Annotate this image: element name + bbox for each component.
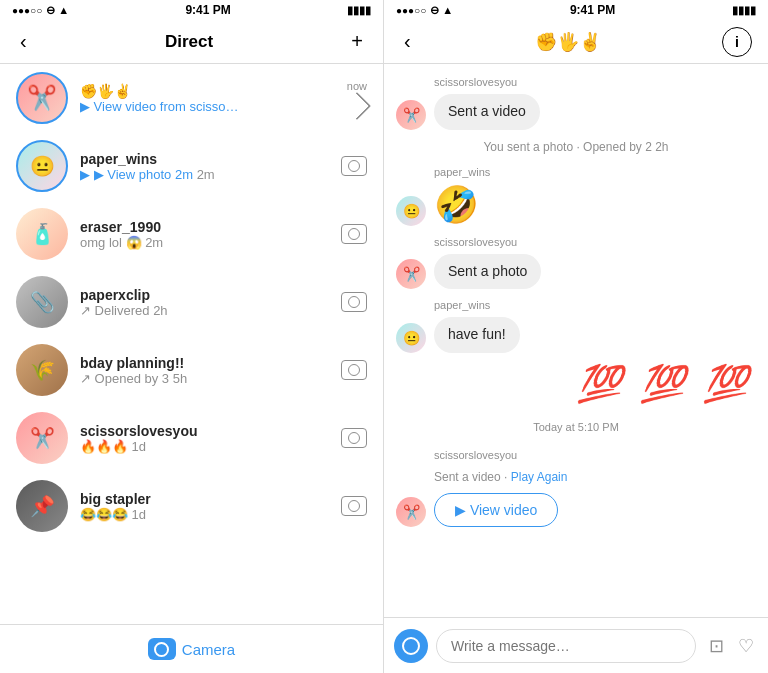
conv-item-bday[interactable]: 🌾 bday planning!! ↗ Opened by 3 5h <box>0 336 383 404</box>
chat-row-emoji: 😐 🤣 <box>384 182 768 228</box>
camera-button[interactable]: Camera <box>148 638 235 660</box>
conv-name: big stapler <box>80 491 329 507</box>
camera-icon <box>341 292 367 312</box>
meta-text: You sent a photo · Opened by 2 2h <box>384 136 768 158</box>
conv-content: ✊🖐✌ ▶ View video from scisso… <box>80 83 335 114</box>
chat-input-icons: ⊡ ♡ <box>704 634 758 658</box>
avatar-wrap: 🧴 <box>16 208 68 260</box>
back-button-right[interactable]: ‹ <box>400 26 415 57</box>
conv-name: bday planning!! <box>80 355 329 371</box>
avatar: 🧴 <box>16 208 68 260</box>
battery-icon: ▮▮▮▮ <box>347 4 371 17</box>
chat-row: ✂️ Sent a photo <box>384 252 768 292</box>
signal-area-right: ●●●○○ ⊖ ▲ <box>396 4 453 17</box>
avatar: 🌾 <box>16 344 68 396</box>
conv-content: scissorslovesyou 🔥🔥🔥 1d <box>80 423 329 454</box>
avatar-emoji: 🌾 <box>30 358 55 382</box>
battery-left: ▮▮▮▮ <box>347 4 371 17</box>
camera-icon <box>341 224 367 244</box>
conv-name: ✊🖐✌ <box>80 83 335 99</box>
back-button-left[interactable]: ‹ <box>16 26 31 57</box>
avatar-wrap: 🌾 <box>16 344 68 396</box>
info-button[interactable]: i <box>722 27 752 57</box>
chat-row-video: ✂️ ▶ View video <box>384 491 768 529</box>
conv-item-scissors-group[interactable]: ✂️ ✊🖐✌ ▶ View video from scisso… now <box>0 64 383 132</box>
battery-icon-right: ▮▮▮▮ <box>732 4 756 17</box>
chevron-right-icon <box>343 92 371 120</box>
conv-right: now <box>347 80 367 116</box>
conv-name: scissorslovesyou <box>80 423 329 439</box>
camera-label: Camera <box>182 641 235 658</box>
view-video-button[interactable]: ▶ View video <box>434 493 558 527</box>
conv-item-paper-wins[interactable]: 😐 paper_wins ▶ ▶ View photo 2m 2m <box>0 132 383 200</box>
chat-header-center: ✊🖐✌ <box>535 31 601 53</box>
avatar: 📌 <box>16 480 68 532</box>
emoji-message: 🤣 <box>434 184 479 226</box>
conv-name: paper_wins <box>80 151 329 167</box>
camera-icon <box>341 360 367 380</box>
conv-right <box>341 428 367 448</box>
conv-item-eraser[interactable]: 🧴 eraser_1990 omg lol 😱 2m <box>0 200 383 268</box>
avatar-emoji: 📎 <box>30 290 55 314</box>
message-input[interactable] <box>436 629 696 663</box>
conv-item-paperxclip[interactable]: 📎 paperxclip ↗ Delivered 2h <box>0 268 383 336</box>
camera-icon-blue <box>148 638 176 660</box>
avatar-emoji: ✂️ <box>30 426 55 450</box>
avatar-wrap: ✂️ <box>16 412 68 464</box>
signal-icon-right: ●●●○○ <box>396 5 426 16</box>
hundred-emoji: 💯 💯 💯 <box>577 363 752 405</box>
conv-message: 😂😂😂 1d <box>80 507 329 522</box>
avatar-wrap: 📌 <box>16 480 68 532</box>
chat-camera-button[interactable] <box>394 629 428 663</box>
sender-label: paper_wins <box>384 162 768 178</box>
conv-right <box>341 224 367 244</box>
avatar-emoji: 🧴 <box>30 222 55 246</box>
conv-message: ▶ ▶ View photo 2m 2m <box>80 167 329 182</box>
sender-label: scissorslovesyou <box>384 232 768 248</box>
chat-header: ‹ ✊🖐✌ i <box>384 20 768 64</box>
chat-row-have-fun: 😐 have fun! <box>384 315 768 355</box>
camera-icon <box>341 496 367 516</box>
conv-item-bigstapler[interactable]: 📌 big stapler 😂😂😂 1d <box>0 472 383 540</box>
conv-message: ↗ Opened by 3 5h <box>80 371 329 386</box>
signal-icon: ●●●○○ <box>12 5 42 16</box>
sent-video-text: Sent a video · <box>434 470 511 484</box>
conv-right <box>341 156 367 176</box>
video-meta-row: Sent a video · Play Again <box>384 465 768 487</box>
avatar: ✂️ <box>16 412 68 464</box>
conv-content: eraser_1990 omg lol 😱 2m <box>80 219 329 250</box>
heart-icon[interactable]: ♡ <box>734 634 758 658</box>
avatar: ✂️ <box>16 72 68 124</box>
sender-label: paper_wins <box>384 295 768 311</box>
avatar: 😐 <box>16 140 68 192</box>
chat-avatar: 😐 <box>396 323 426 353</box>
conv-message: omg lol 😱 2m <box>80 235 329 250</box>
conv-name: eraser_1990 <box>80 219 329 235</box>
conv-content: paper_wins ▶ ▶ View photo 2m 2m <box>80 151 329 182</box>
compose-button[interactable]: + <box>347 26 367 57</box>
conv-item-scissorslovesyou[interactable]: ✂️ scissorslovesyou 🔥🔥🔥 1d <box>0 404 383 472</box>
chat-bubble: Sent a video <box>434 94 540 130</box>
status-bar-left: ●●●○○ ⊖ ▲ 9:41 PM ▮▮▮▮ <box>0 0 383 20</box>
chat-avatar-video: ✂️ <box>396 497 426 527</box>
direct-title: Direct <box>165 32 213 52</box>
camera-icon <box>341 428 367 448</box>
chat-avatar: ✂️ <box>396 100 426 130</box>
chat-header-emoji: ✊🖐✌ <box>535 31 601 53</box>
chat-row: ✂️ Sent a video <box>384 92 768 132</box>
left-panel: ●●●○○ ⊖ ▲ 9:41 PM ▮▮▮▮ ‹ Direct + ✂️ ✊🖐✌… <box>0 0 384 673</box>
chat-input-bar: ⊡ ♡ <box>384 617 768 673</box>
conv-time: now <box>347 80 367 92</box>
avatar-wrap: 📎 <box>16 276 68 328</box>
avatar-emoji: 😐 <box>30 154 55 178</box>
chat-avatar: ✂️ <box>396 259 426 289</box>
avatar-wrap: ✂️ <box>16 72 68 124</box>
conv-right <box>341 496 367 516</box>
avatar-emoji: 📌 <box>30 494 55 518</box>
wifi-icon-right: ⊖ ▲ <box>430 4 453 17</box>
conv-right <box>341 292 367 312</box>
chat-bubble-have-fun: have fun! <box>434 317 520 353</box>
hundred-row: 💯 💯 💯 <box>384 359 768 409</box>
gallery-icon[interactable]: ⊡ <box>704 634 728 658</box>
battery-right: ▮▮▮▮ <box>732 4 756 17</box>
